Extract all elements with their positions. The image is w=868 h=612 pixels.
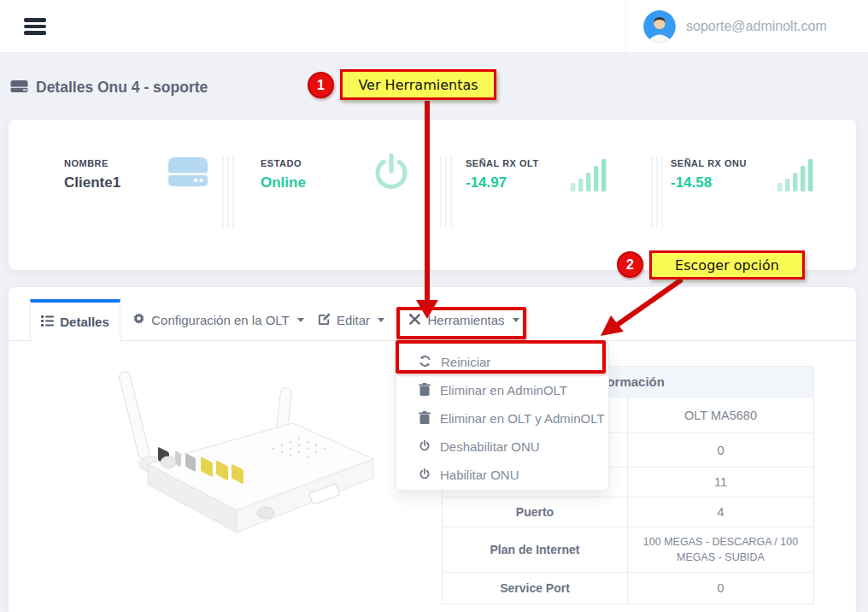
breadcrumb-title: Detalles Onu 4 - soporte: [10, 79, 208, 97]
row-label: Plan de Internet: [443, 527, 628, 572]
user-menu[interactable]: soporte@adminolt.com: [625, 0, 856, 53]
top-header: soporte@adminolt.com: [0, 0, 868, 53]
tab-label: Configuración en la OLT: [151, 313, 289, 327]
stat-label: SEÑAL RX OLT: [466, 158, 539, 168]
stat-senal-rx-onu: SEÑAL RX ONU -14.58: [671, 158, 747, 191]
user-avatar: [643, 10, 676, 43]
menu-item-eliminar-olt-adminolt[interactable]: Eliminar en OLT y AdminOLT: [396, 404, 608, 433]
list-icon: [41, 315, 54, 329]
power-icon: [419, 439, 431, 455]
tab-editar[interactable]: Editar: [312, 299, 390, 341]
chevron-down-icon: [378, 318, 384, 322]
row-value: 11: [628, 468, 813, 497]
menu-item-deshabilitar-onu[interactable]: Deshabilitar ONU: [396, 433, 608, 461]
stat-label: ESTADO: [261, 158, 306, 168]
menu-item-label: Eliminar en AdminOLT: [440, 383, 567, 397]
row-value: 4: [628, 497, 813, 527]
row-value: OLT MA5680: [628, 397, 813, 433]
row-label: Puerto: [443, 497, 628, 527]
signal-bars-icon: [776, 156, 815, 198]
power-icon: [371, 151, 412, 197]
user-email: soporte@adminolt.com: [686, 19, 827, 34]
tab-configuracion-olt[interactable]: Configuración en la OLT: [131, 299, 306, 341]
step-1-callout: Ver Herramientas: [340, 69, 496, 100]
gear-icon: [132, 313, 145, 328]
table-row: Plan de Internet 100 MEGAS - DESCARGA / …: [443, 527, 813, 572]
divider: [651, 156, 663, 227]
row-value: 100 MEGAS - DESCARGA / 100 MEGAS - SUBID…: [628, 527, 813, 572]
hdd-icon: [10, 79, 28, 97]
divider: [222, 156, 234, 227]
menu-item-label: Deshabilitar ONU: [440, 439, 540, 454]
stat-estado: ESTADO Online: [261, 158, 306, 191]
stat-value: Online: [261, 174, 306, 191]
signal-bars-icon: [569, 156, 608, 198]
edit-icon: [318, 313, 331, 328]
page-title: Detalles Onu 4 - soporte: [36, 79, 208, 97]
highlight-box-herramientas: [396, 307, 526, 339]
power-icon: [419, 468, 431, 483]
tab-detalles[interactable]: Detalles: [30, 299, 120, 341]
menu-item-habilitar-onu[interactable]: Habilitar ONU: [396, 461, 608, 489]
onu-status-card: NOMBRE Cliente1 ESTADO Online SEÑAL RX O: [9, 120, 856, 270]
table-row: Service Port 0: [443, 572, 813, 603]
router-device-icon: [167, 154, 209, 193]
row-label: Service Port: [443, 573, 628, 603]
tab-label: Editar: [337, 313, 370, 327]
menu-item-eliminar-adminolt[interactable]: Eliminar en AdminOLT: [396, 376, 608, 404]
table-row: Puerto 4: [443, 497, 813, 527]
row-value: 0: [628, 433, 813, 467]
highlight-box-reiniciar: [396, 340, 606, 374]
trash-icon: [419, 383, 431, 398]
stat-value: -14.97: [466, 174, 539, 191]
step-2-badge: 2: [617, 251, 643, 278]
stat-value: -14.58: [671, 174, 747, 191]
tab-label: Detalles: [60, 315, 109, 329]
row-value: 0: [628, 573, 813, 603]
trash-icon: [419, 411, 431, 427]
divider: [440, 156, 452, 227]
hamburger-menu-icon[interactable]: [24, 18, 46, 35]
menu-item-label: Eliminar en OLT y AdminOLT: [440, 411, 605, 426]
app-window: soporte@adminolt.com Detalles Onu 4 - so…: [0, 0, 868, 612]
onu-device-image: [98, 363, 380, 555]
stat-label: NOMBRE: [64, 158, 120, 168]
stat-value: Cliente1: [64, 174, 120, 191]
stat-nombre: NOMBRE Cliente1: [64, 158, 120, 191]
chevron-down-icon: [297, 318, 304, 322]
menu-item-label: Habilitar ONU: [440, 468, 519, 482]
stat-senal-rx-olt: SEÑAL RX OLT -14.97: [466, 158, 539, 191]
step-2-callout: Escoger opción: [649, 250, 805, 280]
stat-label: SEÑAL RX ONU: [671, 158, 747, 168]
step-1-badge: 1: [308, 72, 334, 98]
